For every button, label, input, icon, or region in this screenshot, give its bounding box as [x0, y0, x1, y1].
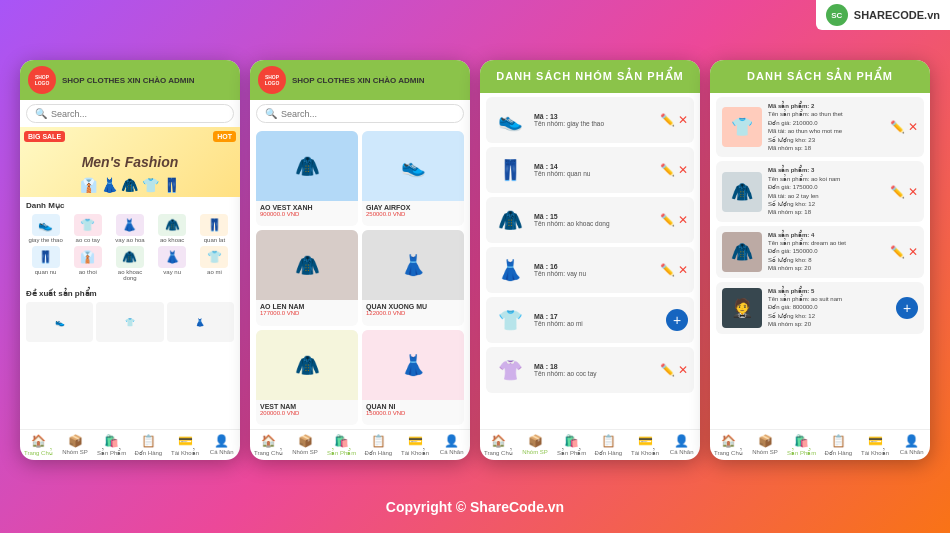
cat-item-8[interactable]: 👗 vay nu: [153, 246, 192, 281]
nav-profile-3[interactable]: 👤Cá Nhân: [663, 434, 700, 456]
nav-account-1[interactable]: 💳Tài Khoản: [167, 434, 204, 456]
list-icon-3-0: 👟: [492, 102, 528, 138]
list-actions-3-3: ✏️ ✕: [660, 263, 688, 277]
product-img-3: 👗: [362, 230, 464, 300]
nav-order-3[interactable]: 📋Đơn Hàng: [590, 434, 627, 456]
nav-account-4[interactable]: 💳Tài Khoản: [857, 434, 894, 456]
edit-button-3-3[interactable]: ✏️: [660, 263, 675, 277]
detail-text-4-1: Mã sản phẩm: 3 Tên sản phẩm: ao koi nam …: [768, 166, 884, 216]
add-button-3-4[interactable]: +: [666, 309, 688, 331]
nav-profile-2[interactable]: 👤Cá Nhân: [433, 434, 470, 456]
bottom-nav-1: 🏠Trang Chủ 📦Nhóm SP 🛍️Sản Phẩm 📋Đơn Hàng…: [20, 429, 240, 460]
suggest-item-0[interactable]: 👟: [26, 302, 93, 342]
suggest-item-2[interactable]: 👗: [167, 302, 234, 342]
detail-actions-4-0: ✏️ ✕: [890, 120, 918, 134]
banner-badge1: BIG SALE: [24, 131, 65, 142]
delete-button-3-2[interactable]: ✕: [678, 213, 688, 227]
nav-order-1[interactable]: 📋Đơn Hàng: [130, 434, 167, 456]
search-input-1[interactable]: [51, 109, 225, 119]
delete-button-4-1[interactable]: ✕: [908, 185, 918, 199]
add-button-4-3[interactable]: +: [896, 297, 918, 319]
search-bar-1[interactable]: 🔍: [26, 104, 234, 123]
edit-button-4-2[interactable]: ✏️: [890, 245, 905, 259]
nav-product-4[interactable]: 🛍️Sản Phẩm: [783, 434, 820, 456]
product-img-4: 🧥: [256, 330, 358, 400]
product-card-4[interactable]: 🧥 VEST NAM 200000.0 VND: [256, 330, 358, 425]
brand-name: SHARECODE.vn: [854, 9, 940, 21]
nav-product-3[interactable]: 🛍️Sản Phẩm: [553, 434, 590, 456]
delete-button-3-5[interactable]: ✕: [678, 363, 688, 377]
nav-home-4[interactable]: 🏠Trang Chủ: [710, 434, 747, 456]
product-info-0: AO VEST XANH 900000.0 VND: [256, 201, 358, 220]
delete-button-4-0[interactable]: ✕: [908, 120, 918, 134]
detail-text-4-2: Mã sản phẩm: 4 Tên sản phẩm: dream ao ti…: [768, 231, 884, 273]
shop-title-1: SHOP CLOTHES XIN CHÀO ADMIN: [62, 76, 194, 85]
detail-actions-4-3: +: [896, 297, 918, 319]
product-card-5[interactable]: 👗 QUAN NI 150000.0 VND: [362, 330, 464, 425]
nav-product-1[interactable]: 🛍️Sản Phẩm: [93, 434, 130, 456]
cat-item-1[interactable]: 👕 ao co tay: [68, 214, 107, 243]
list-name-3-5: Tên nhóm: ao coc tay: [534, 370, 654, 377]
nav-order-4[interactable]: 📋Đơn Hàng: [820, 434, 857, 456]
list-icon-3-1: 👖: [492, 152, 528, 188]
cat-item-3[interactable]: 🧥 ao khoac: [153, 214, 192, 243]
suggest-item-1[interactable]: 👕: [96, 302, 163, 342]
cat-item-0[interactable]: 👟 giay the thao: [26, 214, 65, 243]
delete-button-4-2[interactable]: ✕: [908, 245, 918, 259]
product-card-1[interactable]: 👟 GIAY AIRFOX 250000.0 VND: [362, 131, 464, 226]
cat-icon-0: 👟: [32, 214, 60, 236]
edit-button-3-5[interactable]: ✏️: [660, 363, 675, 377]
nav-profile-4[interactable]: 👤Cá Nhân: [893, 434, 930, 456]
delete-button-3-0[interactable]: ✕: [678, 113, 688, 127]
nav-group-4[interactable]: 📦Nhóm SP: [747, 434, 784, 456]
product-name-3: QUAN XUONG MU: [366, 303, 460, 310]
search-icon-2: 🔍: [265, 108, 277, 119]
banner-1: BIG SALE HOT Men's Fashion 👔 👗 🧥 👕 👖: [20, 127, 240, 197]
list-icon-3-4: 👕: [492, 302, 528, 338]
search-bar-2[interactable]: 🔍: [256, 104, 464, 123]
product-card-2[interactable]: 🧥 AO LEN NAM 177000.0 VND: [256, 230, 358, 325]
nav-home-1[interactable]: 🏠Trang Chủ: [20, 434, 57, 456]
cat-label-9: ao mi: [207, 269, 222, 275]
list-name-3-2: Tên nhóm: ao khoac dong: [534, 220, 654, 227]
nav-group-2[interactable]: 📦Nhóm SP: [287, 434, 324, 456]
cat-item-7[interactable]: 🧥 ao khoac dong: [110, 246, 149, 281]
nav-home-3[interactable]: 🏠Trang Chủ: [480, 434, 517, 456]
list-actions-3-2: ✏️ ✕: [660, 213, 688, 227]
edit-button-4-1[interactable]: ✏️: [890, 185, 905, 199]
cat-label-5: quan nu: [35, 269, 57, 275]
nav-home-2[interactable]: 🏠Trang Chủ: [250, 434, 287, 456]
nav-profile-1[interactable]: 👤Cá Nhân: [203, 434, 240, 456]
nav-account-2[interactable]: 💳Tài Khoản: [397, 434, 434, 456]
cat-label-8: vay nu: [163, 269, 181, 275]
delete-button-3-1[interactable]: ✕: [678, 163, 688, 177]
cat-item-5[interactable]: 👖 quan nu: [26, 246, 65, 281]
nav-account-3[interactable]: 💳Tài Khoản: [627, 434, 664, 456]
cat-item-6[interactable]: 👔 ao thoi: [68, 246, 107, 281]
detail-item-4-2: 🧥 Mã sản phẩm: 4 Tên sản phẩm: dream ao …: [716, 226, 924, 278]
delete-button-3-3[interactable]: ✕: [678, 263, 688, 277]
search-input-2[interactable]: [281, 109, 455, 119]
cat-item-2[interactable]: 👗 vay ao hoa: [110, 214, 149, 243]
list-name-3-1: Tên nhóm: quan nu: [534, 170, 654, 177]
nav-group-3[interactable]: 📦Nhóm SP: [517, 434, 554, 456]
list-text-3-5: Mã : 18 Tên nhóm: ao coc tay: [534, 363, 654, 377]
edit-button-3-0[interactable]: ✏️: [660, 113, 675, 127]
product-card-0[interactable]: 🧥 AO VEST XANH 900000.0 VND: [256, 131, 358, 226]
product-info-1: GIAY AIRFOX 250000.0 VND: [362, 201, 464, 220]
detail-img-4-0: 👕: [722, 107, 762, 147]
nav-product-2[interactable]: 🛍️Sản Phẩm: [323, 434, 360, 456]
nav-group-1[interactable]: 📦Nhóm SP: [57, 434, 94, 456]
list-content-3: 👟 Mã : 13 Tên nhóm: giay the thao ✏️ ✕ 👖…: [480, 93, 700, 429]
edit-button-3-2[interactable]: ✏️: [660, 213, 675, 227]
list-id-3-5: Mã : 18: [534, 363, 654, 370]
detail-img-4-3: 🤵: [722, 288, 762, 328]
edit-button-3-1[interactable]: ✏️: [660, 163, 675, 177]
product-card-3[interactable]: 👗 QUAN XUONG MU 122000.0 VND: [362, 230, 464, 325]
list-icon-3-5: 👚: [492, 352, 528, 388]
cat-item-9[interactable]: 👕 ao mi: [195, 246, 234, 281]
cat-item-4[interactable]: 👖 quan lat: [195, 214, 234, 243]
edit-button-4-0[interactable]: ✏️: [890, 120, 905, 134]
list-text-3-3: Mã : 16 Tên nhóm: vay nu: [534, 263, 654, 277]
nav-order-2[interactable]: 📋Đơn Hàng: [360, 434, 397, 456]
